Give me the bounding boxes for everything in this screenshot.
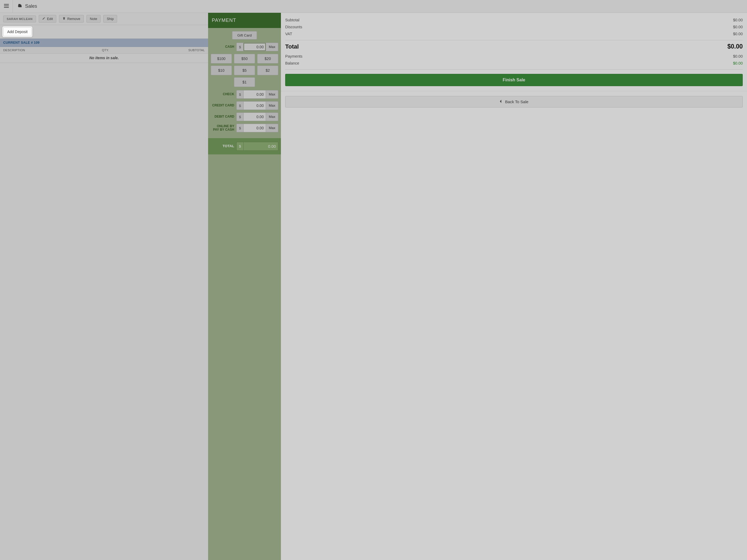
debit-max-button[interactable]: Max [266, 112, 278, 121]
svg-rect-2 [4, 7, 9, 7]
pencil-icon [42, 17, 45, 21]
col-subtotal: SUBTOTAL [129, 49, 205, 52]
divider [285, 69, 743, 70]
add-deposit-button[interactable]: Add Deposit [3, 27, 31, 36]
payment-row-online: ONLINE BY PAY BY CASH $ Max [211, 124, 278, 132]
note-button[interactable]: Note [86, 15, 101, 23]
svg-rect-1 [4, 5, 9, 6]
summary-vat: VAT $0.00 [285, 30, 743, 37]
currency-symbol: $ [236, 90, 243, 99]
summary-subtotal: Subtotal $0.00 [285, 17, 743, 24]
top-bar: Sales [0, 0, 747, 13]
cash-max-button[interactable]: Max [266, 43, 278, 51]
currency-symbol: $ [236, 124, 243, 132]
check-input[interactable] [243, 90, 266, 99]
summary-panel: Subtotal $0.00 Discounts $0.00 VAT $0.00… [281, 13, 747, 560]
subtotal-label: Subtotal [285, 18, 299, 22]
payment-row-credit: CREDIT CARD $ Max [211, 101, 278, 110]
register-icon [18, 3, 22, 9]
summary-balance: Balance $0.00 [285, 60, 743, 67]
total-label: Total [285, 43, 299, 50]
vat-value: $0.00 [733, 32, 743, 36]
col-description: DESCRIPTION [3, 49, 102, 52]
credit-label: CREDIT CARD [211, 104, 236, 107]
quick-1[interactable]: $1 [234, 77, 255, 87]
cash-input[interactable] [243, 43, 266, 51]
trash-icon [62, 17, 66, 21]
quick-20[interactable]: $20 [257, 54, 278, 63]
payment-total-label: TOTAL [211, 144, 236, 148]
back-to-sale-label: Back To Sale [505, 100, 528, 104]
current-sale-banner: CURRENT SALE # 109 [0, 39, 208, 47]
payment-panel: PAYMENT Gift Card CASH $ Max $100 $50 $2… [208, 13, 281, 560]
vat-label: VAT [285, 32, 292, 36]
remove-button-label: Remove [67, 17, 80, 21]
quick-100[interactable]: $100 [211, 54, 232, 63]
payments-value: $0.00 [733, 54, 743, 58]
main-menu-button[interactable] [0, 0, 13, 13]
currency-symbol: $ [236, 101, 243, 110]
balance-value: $0.00 [733, 61, 743, 65]
sale-toolbar: SARAH MCLEAN Edit Remove Note Ship [0, 13, 208, 25]
divider [281, 91, 747, 91]
payments-label: Payments [285, 54, 302, 58]
module-title: Sales [25, 3, 37, 9]
credit-max-button[interactable]: Max [266, 101, 278, 110]
edit-button[interactable]: Edit [39, 15, 56, 23]
summary-discounts: Discounts $0.00 [285, 24, 743, 30]
online-input[interactable] [243, 124, 266, 132]
payment-row-debit: DEBIT CARD $ Max [211, 112, 278, 121]
quick-10[interactable]: $10 [211, 65, 232, 75]
svg-rect-0 [4, 4, 9, 4]
check-label: CHECK [211, 92, 236, 96]
col-qty: QTY. [102, 49, 129, 52]
customer-chip[interactable]: SARAH MCLEAN [3, 16, 36, 22]
quick-2[interactable]: $2 [257, 65, 278, 75]
summary-total: Total $0.00 [285, 43, 743, 50]
payment-header: PAYMENT [208, 13, 281, 28]
credit-input[interactable] [243, 101, 266, 110]
quick-cash-grid: $100 $50 $20 $10 $5 $2 $1 [211, 54, 278, 87]
back-to-sale-button[interactable]: Back To Sale [285, 96, 743, 107]
payment-row-check: CHECK $ Max [211, 90, 278, 99]
module-label: Sales [13, 3, 37, 9]
chevron-left-icon [499, 100, 502, 104]
subtotal-value: $0.00 [733, 18, 743, 22]
divider [285, 40, 743, 40]
quick-5[interactable]: $5 [234, 65, 255, 75]
quick-50[interactable]: $50 [234, 54, 255, 63]
deposit-row: Add Deposit [0, 25, 208, 39]
sale-table-header: DESCRIPTION QTY. SUBTOTAL [0, 47, 208, 54]
remove-button[interactable]: Remove [59, 15, 83, 23]
discounts-label: Discounts [285, 25, 302, 29]
payment-total-bar: TOTAL $ [208, 138, 281, 154]
discounts-value: $0.00 [733, 25, 743, 29]
gift-card-button[interactable]: Gift Card [232, 31, 257, 39]
currency-symbol: $ [236, 43, 243, 51]
check-max-button[interactable]: Max [266, 90, 278, 99]
ship-button[interactable]: Ship [103, 15, 117, 23]
summary-payments: Payments $0.00 [285, 53, 743, 60]
online-max-button[interactable]: Max [266, 124, 278, 132]
payment-row-cash: CASH $ Max [211, 43, 278, 51]
currency-symbol: $ [236, 112, 243, 121]
online-label: ONLINE BY PAY BY CASH [211, 125, 236, 131]
balance-label: Balance [285, 61, 299, 65]
sale-empty-message: No items in sale. [0, 54, 208, 63]
edit-button-label: Edit [47, 17, 53, 21]
currency-symbol: $ [236, 142, 243, 151]
payment-total-value [243, 142, 278, 151]
debit-input[interactable] [243, 112, 266, 121]
sale-panel: SARAH MCLEAN Edit Remove Note Ship Add D… [0, 13, 208, 560]
finish-sale-button[interactable]: Finish Sale [285, 74, 743, 86]
debit-label: DEBIT CARD [211, 115, 236, 118]
cash-label: CASH [211, 45, 236, 49]
total-value: $0.00 [727, 43, 743, 50]
hamburger-icon [4, 4, 9, 9]
